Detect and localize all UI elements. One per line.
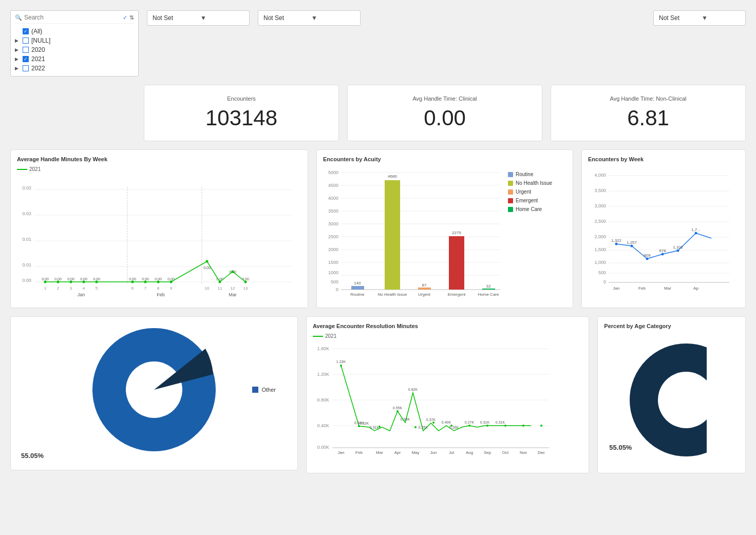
filter-item-2021[interactable]: ▶ ✓ 2021 (15, 54, 134, 64)
svg-text:Feb: Feb (355, 450, 363, 455)
svg-text:Urgent: Urgent (418, 292, 431, 297)
svg-point-168 (450, 425, 452, 427)
svg-text:1,322: 1,322 (611, 238, 622, 243)
svg-rect-83 (482, 289, 495, 290)
svg-text:4,000: 4,000 (594, 173, 606, 178)
age-chart: Percent by Age Category 55.05% (597, 316, 746, 473)
svg-text:0: 0 (336, 287, 338, 292)
expand-arrow-null: ▶ (15, 38, 20, 43)
avg-handle-clinical-value: 0.00 (424, 106, 466, 130)
svg-point-47 (144, 281, 147, 283)
encounters-acuity-chart: Encounters by Acuity 5000 4500 4000 3500… (316, 149, 573, 308)
svg-point-163 (358, 425, 360, 427)
checkbox-all[interactable]: ✓ (23, 28, 29, 34)
svg-point-41 (44, 281, 47, 283)
svg-text:10: 10 (205, 286, 210, 291)
donut-container: Other (17, 323, 291, 456)
expand-arrow-2022: ▶ (15, 66, 20, 71)
age-percent-label: 55.05% (21, 452, 44, 460)
other-color-sq (252, 387, 258, 393)
dropdown-filter-1[interactable]: Not Set ▼ (147, 10, 250, 26)
checkbox-2022[interactable] (23, 65, 29, 71)
filter-label-2020: 2020 (31, 46, 45, 53)
svg-text:500: 500 (331, 279, 338, 284)
confirm-icon[interactable]: ✓ (123, 14, 127, 21)
filter-item-null[interactable]: ▶ [NULL] (15, 36, 134, 45)
encounters-label: Encounters (227, 95, 256, 102)
urgent-label: Urgent (516, 189, 531, 195)
search-input-row: 🔍 ✓ ⇅ (15, 14, 134, 24)
svg-text:978: 978 (659, 249, 666, 253)
checkbox-2021[interactable]: ✓ (23, 56, 29, 62)
svg-text:0.00: 0.00 (42, 277, 49, 281)
svg-text:3: 3 (70, 286, 72, 291)
svg-point-172 (522, 425, 524, 427)
svg-text:0.31K: 0.31K (370, 426, 380, 429)
filter-item-all[interactable]: ✓ (All) (15, 27, 134, 36)
svg-text:Nov: Nov (520, 450, 527, 455)
svg-rect-75 (351, 286, 364, 290)
svg-text:6: 6 (131, 286, 134, 291)
svg-text:0.00: 0.00 (54, 277, 62, 281)
legend-no-health: No Health Issue (508, 180, 552, 186)
avg-handle-nonclinical-kpi: Avg Handle Time: Non-Clinical 6.81 (551, 85, 746, 141)
filter-bar: 🔍 ✓ ⇅ ✓ (All) ▶ [NULL] ▶ 2020 (10, 10, 746, 77)
svg-text:4500: 4500 (328, 183, 338, 188)
dropdown-filter-2[interactable]: Not Set ▼ (258, 10, 361, 26)
filter-item-2020[interactable]: ▶ 2020 (15, 45, 134, 54)
legend-routine: Routine (508, 171, 552, 177)
svg-point-113 (695, 232, 697, 235)
svg-text:0.25K: 0.25K (419, 426, 428, 429)
svg-text:Aug: Aug (466, 450, 473, 455)
svg-text:Mar: Mar (664, 286, 671, 291)
svg-text:Jun: Jun (430, 450, 437, 455)
other-text: Other (261, 387, 276, 393)
avg-handle-svg: 0.02 0.02 0.01 0.01 0.00 1 2 3 4 (17, 174, 294, 297)
donut-svg (82, 318, 226, 462)
checkbox-2020[interactable] (23, 47, 29, 53)
svg-text:0.32K: 0.32K (360, 422, 369, 425)
svg-text:13: 13 (243, 286, 248, 291)
svg-text:9: 9 (170, 286, 173, 291)
no-health-dot (508, 181, 513, 186)
svg-text:0.82K: 0.82K (408, 388, 418, 391)
svg-text:0.00: 0.00 (22, 278, 31, 283)
svg-text:0.02: 0.02 (22, 211, 31, 216)
legend-urgent: Urgent (508, 189, 552, 195)
svg-text:Sep: Sep (484, 450, 492, 455)
svg-point-162 (340, 365, 342, 367)
svg-point-45 (96, 281, 98, 283)
svg-text:1000: 1000 (328, 270, 338, 275)
filter-label-null: [NULL] (31, 37, 50, 44)
dropdown-3-value: Not Set (659, 14, 697, 22)
svg-text:2,000: 2,000 (594, 234, 606, 239)
svg-text:Feb: Feb (157, 292, 165, 297)
expand-arrow-2021: ▶ (15, 56, 20, 62)
svg-text:11: 11 (218, 286, 222, 291)
svg-text:12: 12 (231, 286, 235, 291)
svg-text:0.00: 0.00 (67, 277, 74, 281)
svg-text:87: 87 (422, 283, 427, 288)
svg-text:Oct: Oct (502, 450, 509, 455)
svg-text:2,500: 2,500 (594, 219, 606, 224)
svg-point-110 (646, 258, 649, 260)
svg-point-164 (379, 426, 381, 428)
svg-text:0.00K: 0.00K (317, 445, 329, 450)
svg-point-167 (432, 422, 434, 424)
svg-text:0.27K: 0.27K (465, 421, 475, 424)
svg-point-165 (396, 410, 399, 412)
avg-handle-title: Average Handle Minutes By Week (17, 156, 301, 162)
svg-point-51 (219, 281, 221, 283)
checkbox-null[interactable] (23, 37, 29, 44)
dashboard: 🔍 ✓ ⇅ ✓ (All) ▶ [NULL] ▶ 2020 (0, 0, 756, 535)
home-care-label: Home Care (516, 206, 542, 212)
svg-text:0.00: 0.00 (80, 277, 87, 281)
svg-text:1.60K: 1.60K (317, 346, 329, 351)
svg-text:0.40K: 0.40K (442, 421, 451, 424)
filter-item-2022[interactable]: ▶ 2022 (15, 64, 134, 73)
search-input[interactable] (24, 14, 121, 21)
svg-point-52 (232, 271, 234, 273)
svg-rect-77 (385, 180, 400, 290)
filter-sort-icon[interactable]: ⇅ (129, 14, 134, 21)
dropdown-filter-3[interactable]: Not Set ▼ (653, 10, 746, 26)
